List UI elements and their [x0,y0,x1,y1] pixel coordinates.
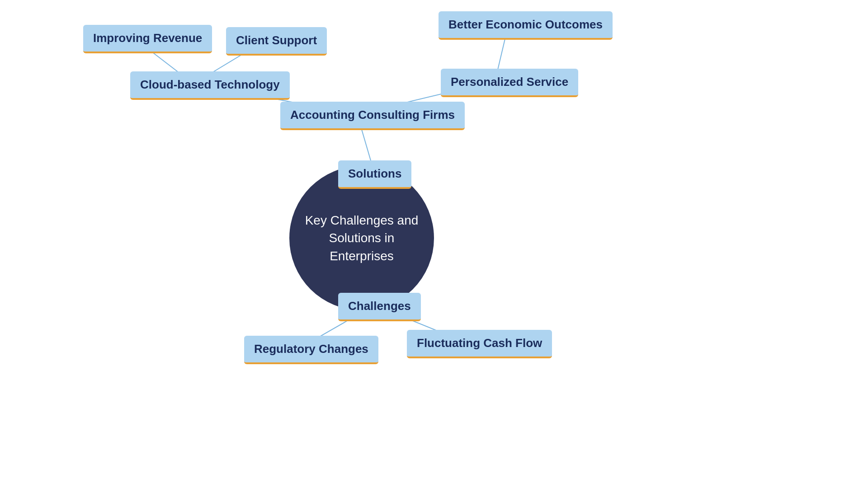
fluctuating-cash-node: Fluctuating Cash Flow [407,330,552,358]
better-economic-node: Better Economic Outcomes [439,11,613,40]
accounting-firms-node: Accounting Consulting Firms [280,102,465,130]
personalized-service-node: Personalized Service [441,69,578,97]
improving-revenue-node: Improving Revenue [83,25,212,53]
regulatory-changes-node: Regulatory Changes [244,336,378,364]
client-support-node: Client Support [226,27,327,56]
center-label: Key Challenges and Solutions in Enterpri… [289,211,434,265]
challenges-node: Challenges [338,293,421,321]
solutions-node: Solutions [338,160,411,189]
cloud-tech-node: Cloud-based Technology [130,71,290,100]
